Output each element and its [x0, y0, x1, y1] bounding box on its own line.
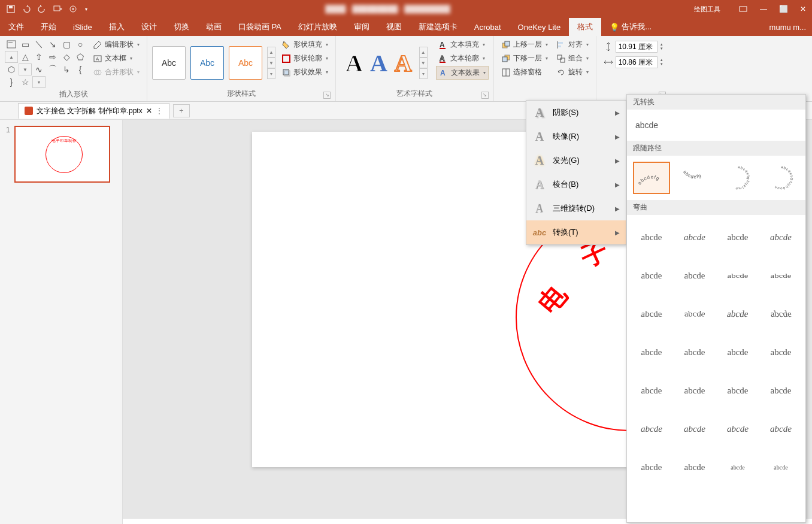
path-button[interactable]: abcdefGhijbdoun — [762, 162, 799, 194]
tab-new[interactable]: 新建选项卡 — [410, 18, 466, 36]
warp-item[interactable]: abcde — [633, 221, 670, 253]
group-button[interactable]: 组合▾ — [554, 52, 591, 65]
edit-shape-button[interactable]: 编辑形状▾ — [90, 38, 142, 51]
tab-islide[interactable]: iSlide — [65, 18, 101, 36]
send-backward-button[interactable]: 下移一层▾ — [499, 52, 550, 65]
shape-arc-icon[interactable]: ⌒ — [46, 63, 59, 75]
align-button[interactable]: 对齐▾ — [554, 38, 591, 51]
shape-square-icon[interactable]: ▢ — [60, 38, 73, 50]
warp-item[interactable]: abcde — [676, 259, 713, 292]
warp-item[interactable]: abcde — [762, 264, 799, 287]
width-input[interactable] — [616, 56, 658, 68]
warp-item[interactable]: abcde — [759, 298, 802, 330]
warp-item[interactable]: abcde — [633, 374, 670, 407]
warp-item[interactable]: abcde — [633, 451, 670, 483]
tab-format[interactable]: 格式 — [569, 18, 601, 36]
style-down-icon[interactable]: ▼ — [267, 57, 275, 68]
tab-animations[interactable]: 动画 — [198, 18, 230, 36]
gallery-more-icon[interactable]: ▾ — [32, 76, 46, 88]
warp-item[interactable]: abcde — [676, 221, 713, 253]
warp-item[interactable]: abcde — [716, 298, 759, 330]
tell-me[interactable]: 💡告诉我... — [601, 18, 660, 36]
shape-effects-button[interactable]: 形状效果▾ — [279, 66, 331, 78]
warp-item[interactable]: abcde — [676, 336, 713, 368]
style-more-icon[interactable]: ▾ — [267, 68, 275, 79]
wa-down-icon[interactable]: ▼ — [419, 57, 428, 68]
shape-pent-icon[interactable]: ⬠ — [74, 51, 87, 63]
warp-item[interactable]: abcde — [671, 294, 719, 326]
wordart-preset-1[interactable]: A — [346, 49, 363, 77]
ribbon-options-icon[interactable] — [738, 5, 748, 13]
height-up[interactable]: ▲ — [660, 43, 663, 47]
menu-bevel[interactable]: A棱台(B)▶ — [526, 172, 626, 196]
warp-item[interactable]: abcde — [633, 413, 670, 445]
tab-insert[interactable]: 插入 — [101, 18, 133, 36]
menu-transform[interactable]: abc转换(T)▶ — [526, 220, 626, 244]
warp-item[interactable]: abcde — [762, 336, 799, 368]
warp-item[interactable]: abcde — [633, 259, 670, 292]
shape-rect-icon[interactable]: ▭ — [19, 38, 32, 50]
warp-item[interactable]: abcde — [762, 451, 799, 483]
menu-3drotation[interactable]: A三维旋转(D)▶ — [526, 196, 626, 220]
qat-dropdown-icon[interactable]: ▾ — [85, 7, 87, 12]
user-label[interactable]: mumu m... — [761, 18, 812, 36]
dialog-launcher-wa-icon[interactable]: ↘ — [481, 92, 489, 99]
close-button[interactable]: ✕ — [800, 5, 806, 13]
tab-view[interactable]: 视图 — [378, 18, 410, 36]
width-down[interactable]: ▼ — [660, 62, 663, 66]
warp-item[interactable]: abcde — [719, 374, 756, 407]
tab-design[interactable]: 设计 — [133, 18, 165, 36]
warp-item[interactable]: abcde — [719, 221, 756, 253]
close-tab-icon[interactable]: ✕ — [146, 107, 152, 115]
style-preset-2[interactable]: Abc — [190, 46, 224, 80]
document-tab[interactable]: 文字撞色 文字拆解 制作印章.pptx ✕ ⋮ — [18, 103, 169, 119]
tab-menu-icon[interactable]: ⋮ — [156, 107, 163, 115]
shape-fill-button[interactable]: 形状填充▾ — [279, 38, 331, 51]
shape-circle-icon[interactable]: ○ — [74, 38, 87, 50]
dialog-launcher-icon[interactable]: ↘ — [323, 92, 331, 99]
wordart-gallery[interactable]: A A A ▲▼▾ — [341, 38, 432, 87]
shape-star-icon[interactable]: ☆ — [19, 76, 32, 88]
path-arch-down[interactable]: abcdefg — [676, 162, 713, 194]
shape-hex-icon[interactable]: ⬡ — [5, 63, 18, 75]
new-tab-button[interactable]: + — [173, 104, 190, 117]
wordart-preset-3[interactable]: A — [395, 49, 412, 77]
path-arch-up[interactable]: abcdefg — [633, 162, 670, 194]
gallery-up-icon[interactable]: ▲ — [5, 51, 18, 63]
transform-none[interactable]: abcde — [627, 110, 805, 141]
shape-connector-icon[interactable]: ↳ — [60, 63, 73, 75]
slide-thumbnail[interactable]: 电子印章制作 — [14, 126, 110, 183]
width-up[interactable]: ▲ — [660, 58, 663, 62]
tab-transitions[interactable]: 切换 — [165, 18, 198, 36]
warp-item[interactable]: abcde — [719, 413, 756, 445]
text-effects-button[interactable]: A文本效果▾ — [436, 66, 489, 80]
shape-arrowup-icon[interactable]: ⇧ — [32, 51, 46, 63]
tab-pa[interactable]: 口袋动画 PA — [230, 18, 290, 36]
wa-up-icon[interactable]: ▲ — [419, 47, 428, 57]
maximize-button[interactable]: ⬜ — [779, 5, 788, 13]
minimize-button[interactable]: — — [760, 5, 767, 13]
warp-item[interactable]: abcde — [676, 413, 713, 445]
shape-arrow-icon[interactable]: ⇨ — [46, 51, 59, 63]
tab-acrobat[interactable]: Acrobat — [466, 18, 510, 36]
tab-slideshow[interactable]: 幻灯片放映 — [290, 18, 346, 36]
warp-item[interactable]: abcde — [719, 264, 756, 287]
warp-item[interactable]: abcde — [762, 413, 799, 445]
tab-review[interactable]: 审阅 — [346, 18, 378, 36]
tab-onekey[interactable]: OneKey Lite — [510, 18, 569, 36]
path-circle[interactable]: abcdefghijklmn — [719, 162, 756, 194]
warp-item[interactable]: abcde — [676, 451, 713, 483]
style-preset-1[interactable]: Abc — [152, 46, 186, 80]
height-input[interactable] — [616, 41, 658, 53]
shape-textbox-icon[interactable] — [5, 38, 18, 50]
text-box-button[interactable]: A文本框▾ — [90, 52, 142, 65]
bring-forward-button[interactable]: 上移一层▾ — [499, 38, 550, 51]
rotate-button[interactable]: 旋转▾ — [554, 66, 591, 78]
height-down[interactable]: ▼ — [660, 47, 663, 51]
style-up-icon[interactable]: ▲ — [267, 47, 275, 57]
text-fill-button[interactable]: A文本填充▾ — [436, 38, 489, 51]
more-icon[interactable] — [68, 4, 78, 14]
menu-glow[interactable]: A发光(G)▶ — [526, 149, 626, 172]
tab-file[interactable]: 文件 — [0, 18, 32, 36]
menu-shadow[interactable]: A阴影(S)▶ — [526, 101, 626, 125]
